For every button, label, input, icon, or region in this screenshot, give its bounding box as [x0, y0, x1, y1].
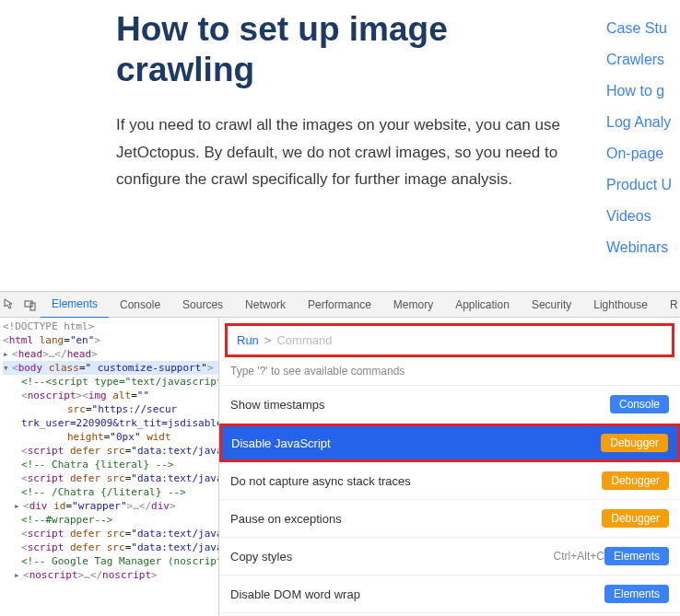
command-shortcut: Ctrl+Alt+C [554, 550, 604, 563]
sidebar-link[interactable]: How to g [606, 83, 680, 99]
sidebar-link[interactable]: Webinars [606, 239, 680, 256]
command-run-box: Run > [225, 323, 674, 357]
tab-more[interactable]: R [659, 292, 680, 318]
sidebar-link[interactable]: Videos [606, 208, 680, 225]
sidebar-link[interactable]: Crawlers [606, 52, 680, 68]
article-title: How to set up image crawling [116, 9, 579, 91]
tab-lighthouse[interactable]: Lighthouse [582, 292, 659, 318]
tab-sources[interactable]: Sources [171, 292, 234, 318]
command-label: Show timestamps [230, 398, 610, 412]
devtools-panel: Elements Console Sources Network Perform… [0, 291, 680, 616]
command-badge: Console [610, 395, 669, 413]
tab-elements[interactable]: Elements [41, 291, 109, 319]
tab-application[interactable]: Application [444, 292, 521, 318]
command-badge: Debugger [602, 509, 669, 528]
run-separator: > [264, 333, 272, 347]
devtools-tabbar: Elements Console Sources Network Perform… [0, 292, 680, 318]
command-input[interactable] [276, 333, 662, 347]
command-item[interactable]: Pause on exceptions Debugger [219, 500, 680, 538]
sidebar-link[interactable]: Product U [606, 177, 680, 193]
page-content: How to set up image crawling If you need… [0, 0, 680, 291]
sidebar-link[interactable]: Case Stu [606, 20, 680, 37]
command-badge: Elements [604, 585, 669, 603]
command-label: Do not capture async stack traces [230, 474, 602, 488]
elements-source-tree[interactable]: <!DOCTYPE html> <html lang="en"> ▸<head>… [0, 318, 218, 616]
command-item[interactable]: Disable DOM word wrap Elements [219, 575, 680, 613]
tab-console[interactable]: Console [109, 292, 171, 318]
command-list: Show timestamps Console Disable JavaScri… [219, 386, 680, 616]
command-item[interactable]: Copy styles Ctrl+Alt+C Elements [219, 538, 680, 575]
sidebar-links: Case Stu Crawlers How to g Log Analy On-… [606, 0, 680, 291]
tab-memory[interactable]: Memory [382, 292, 444, 318]
command-hint: Type '?' to see available commands [219, 357, 680, 386]
command-badge: Debugger [601, 434, 668, 452]
command-badge: Debugger [602, 471, 669, 490]
run-label: Run [237, 333, 259, 347]
command-item[interactable]: Show timestamps Console [219, 386, 680, 424]
tab-network[interactable]: Network [234, 292, 297, 318]
article: How to set up image crawling If you need… [92, 0, 606, 291]
command-label: Pause on exceptions [230, 512, 602, 526]
command-item-selected[interactable]: Disable JavaScript Debugger [219, 424, 680, 462]
svg-rect-0 [25, 301, 32, 307]
tab-security[interactable]: Security [521, 292, 582, 318]
command-label: Disable JavaScript [231, 436, 601, 450]
command-label: Disable DOM word wrap [230, 587, 604, 601]
command-item[interactable]: Do not capture async stack traces Debugg… [219, 462, 680, 500]
command-badge: Elements [604, 547, 669, 565]
device-icon[interactable] [24, 295, 37, 315]
sidebar-link[interactable]: Log Analy [606, 114, 680, 131]
command-label: Copy styles [230, 550, 545, 564]
source-line: <!DOCTYPE html> [3, 320, 94, 332]
tab-performance[interactable]: Performance [297, 292, 382, 318]
article-body: If you need to crawl all the images on y… [116, 111, 579, 193]
command-menu: Run > Type '?' to see available commands… [218, 318, 680, 616]
sidebar-link[interactable]: On-page [606, 145, 680, 162]
inspect-icon[interactable] [4, 295, 17, 315]
